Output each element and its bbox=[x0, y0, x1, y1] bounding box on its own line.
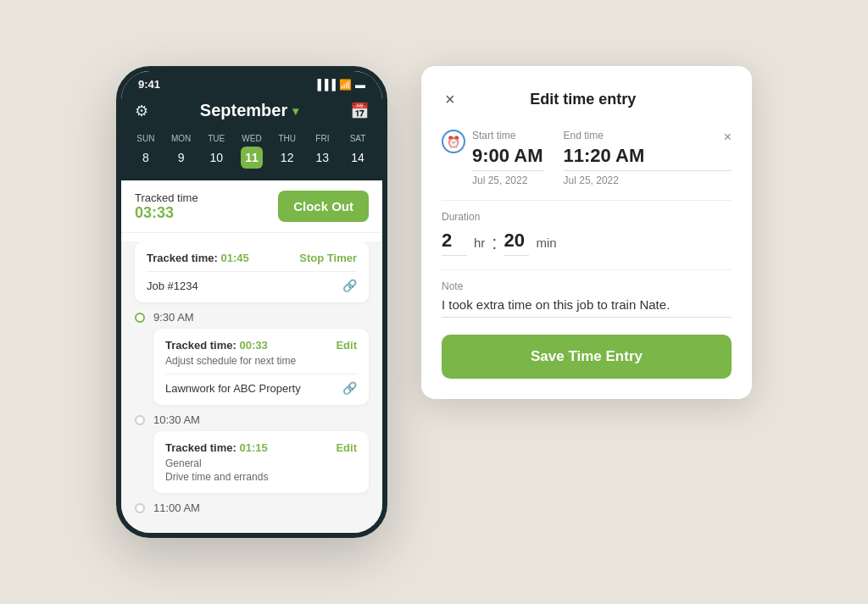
duration-separator: : bbox=[492, 232, 497, 254]
cal-day-wed[interactable]: WED 11 bbox=[241, 134, 263, 169]
month-title: September bbox=[200, 101, 287, 120]
status-bar: 9:41 ▐▐▐ 📶 ▬ bbox=[121, 71, 382, 94]
timeline-time-930: 9:30 AM bbox=[153, 302, 369, 329]
entry-header-2: Tracked time: 00:33 Edit bbox=[165, 339, 357, 352]
start-time-date: Jul 25, 2022 bbox=[472, 175, 543, 186]
cal-day-tue[interactable]: TUE 10 bbox=[205, 134, 227, 169]
time-entry-card-1: Tracked time: 01:45 Stop Timer Job #1234… bbox=[135, 241, 369, 302]
job-name-1: Job #1234 bbox=[147, 280, 198, 292]
duration-hours[interactable]: 2 bbox=[442, 230, 467, 256]
timeline-section-1030: 10:30 AM Tracked time: 01:15 Edit Genera… bbox=[135, 405, 369, 493]
entry-header-1: Tracked time: 01:45 Stop Timer bbox=[147, 252, 357, 264]
cal-day-mon[interactable]: MON 9 bbox=[170, 134, 192, 169]
cal-day-sun[interactable]: SUN 8 bbox=[135, 134, 157, 169]
edit-modal: × Edit time entry ⏰ Start time 9:00 AM J… bbox=[421, 66, 752, 399]
modal-close-button[interactable]: × bbox=[442, 86, 459, 113]
calendar-icon[interactable]: 📅 bbox=[350, 102, 369, 120]
modal-title: Edit time entry bbox=[530, 91, 636, 108]
entry-job-2: Lawnwork for ABC Property 🔗 bbox=[165, 374, 357, 395]
entry-tracked-label-2: Tracked time: 00:33 bbox=[165, 339, 268, 352]
entry-desc-2: Adjust schedule for next time bbox=[165, 355, 357, 367]
cal-day-sat[interactable]: SAT 14 bbox=[347, 134, 369, 169]
phone: 9:41 ▐▐▐ 📶 ▬ ⚙ September ▾ 📅 SUN 8 MON bbox=[116, 66, 387, 538]
tracked-info: Tracked time 03:33 bbox=[135, 191, 198, 222]
edit-button-2[interactable]: Edit bbox=[336, 339, 357, 352]
status-time: 9:41 bbox=[138, 78, 160, 91]
cal-day-thu[interactable]: THU 12 bbox=[276, 134, 298, 169]
timeline-dot-1100 bbox=[135, 503, 145, 513]
time-label-930: 9:30 AM bbox=[153, 311, 194, 324]
duration-row: 2 hr : 20 min bbox=[442, 230, 732, 256]
wifi-icon: 📶 bbox=[339, 79, 352, 91]
battery-icon: ▬ bbox=[355, 79, 365, 91]
entry-tracked-label-3: Tracked time: 01:15 bbox=[165, 441, 268, 454]
tracked-total-time: 03:33 bbox=[135, 204, 198, 222]
timeline-dot-930 bbox=[135, 313, 145, 323]
entry-header-3: Tracked time: 01:15 Edit bbox=[165, 441, 357, 454]
time-row: ⏰ Start time 9:00 AM Jul 25, 2022 End ti… bbox=[442, 130, 732, 186]
modal-header: × Edit time entry bbox=[442, 86, 732, 113]
duration-label: Duration bbox=[442, 211, 732, 223]
duration-hr-unit: hr bbox=[474, 236, 485, 250]
stop-timer-button[interactable]: Stop Timer bbox=[299, 252, 357, 264]
phone-header: ⚙ September ▾ 📅 bbox=[121, 94, 382, 130]
start-time-label: Start time bbox=[472, 130, 543, 141]
link-icon-1[interactable]: 🔗 bbox=[342, 279, 357, 292]
end-time-field: End time × 11:20 AM Jul 25, 2022 bbox=[564, 130, 732, 186]
divider-1 bbox=[442, 200, 732, 201]
signal-icon: ▐▐▐ bbox=[314, 79, 336, 91]
time-label-1100: 11:00 AM bbox=[153, 501, 200, 514]
link-icon-2[interactable]: 🔗 bbox=[342, 381, 357, 395]
header-title-group: September ▾ bbox=[200, 101, 298, 120]
start-time-field: Start time 9:00 AM Jul 25, 2022 bbox=[472, 130, 543, 186]
entry-tracked-label-1: Tracked time: 01:45 bbox=[147, 252, 249, 264]
tracked-bar: Tracked time 03:33 Clock Out bbox=[121, 180, 382, 233]
timeline-dot-1030 bbox=[135, 415, 145, 425]
time-entry-card-3: Tracked time: 01:15 Edit General Drive t… bbox=[153, 431, 369, 493]
duration-min-unit: min bbox=[536, 236, 556, 250]
save-time-entry-button[interactable]: Save Time Entry bbox=[442, 335, 732, 379]
cal-day-fri[interactable]: FRI 13 bbox=[311, 134, 333, 169]
end-time-clear-button[interactable]: × bbox=[724, 130, 732, 145]
entry-time-3: 01:15 bbox=[239, 441, 267, 454]
note-section: Note I took extra time on this job to tr… bbox=[442, 280, 732, 318]
status-icons: ▐▐▐ 📶 ▬ bbox=[314, 79, 365, 91]
end-time-value[interactable]: 11:20 AM bbox=[564, 145, 732, 171]
timeline-section-1100: 11:00 AM bbox=[135, 493, 369, 519]
end-time-date: Jul 25, 2022 bbox=[564, 175, 732, 186]
entry-job-1: Job #1234 🔗 bbox=[147, 271, 357, 292]
time-entry-card-2: Tracked time: 00:33 Edit Adjust schedule… bbox=[153, 329, 369, 405]
scene: 9:41 ▐▐▐ 📶 ▬ ⚙ September ▾ 📅 SUN 8 MON bbox=[99, 49, 769, 555]
end-time-field-header: End time × bbox=[564, 130, 732, 145]
duration-minutes[interactable]: 20 bbox=[504, 230, 529, 256]
tracked-label: Tracked time bbox=[135, 191, 198, 204]
entry-desc-3b: Drive time and errands bbox=[165, 471, 357, 483]
time-label-1030: 10:30 AM bbox=[153, 413, 200, 426]
note-label: Note bbox=[442, 280, 732, 292]
edit-button-3[interactable]: Edit bbox=[336, 441, 357, 454]
entry-time-1: 01:45 bbox=[220, 252, 248, 264]
entry-desc-3a: General bbox=[165, 457, 357, 469]
start-time-value[interactable]: 9:00 AM bbox=[472, 145, 543, 171]
note-value[interactable]: I took extra time on this job to train N… bbox=[442, 297, 732, 318]
calendar-row: SUN 8 MON 9 TUE 10 WED 11 THU 12 FRI 13 bbox=[121, 130, 382, 180]
timeline-time-1100: 11:00 AM bbox=[153, 493, 369, 519]
timeline-section-930: 9:30 AM Tracked time: 00:33 Edit Adjust … bbox=[135, 302, 369, 405]
chevron-down-icon[interactable]: ▾ bbox=[292, 104, 298, 118]
end-time-label: End time bbox=[564, 130, 604, 141]
clock-out-button[interactable]: Clock Out bbox=[278, 191, 369, 222]
divider-2 bbox=[442, 269, 732, 270]
start-time-group: ⏰ Start time 9:00 AM Jul 25, 2022 bbox=[442, 130, 543, 186]
timeline-time-1030: 10:30 AM bbox=[153, 405, 369, 431]
clock-icon: ⏰ bbox=[442, 130, 465, 153]
timeline: Tracked time: 01:45 Stop Timer Job #1234… bbox=[121, 241, 382, 533]
duration-section: Duration 2 hr : 20 min bbox=[442, 211, 732, 256]
entry-time-2: 00:33 bbox=[239, 339, 267, 352]
job-name-2: Lawnwork for ABC Property bbox=[165, 382, 301, 395]
settings-icon[interactable]: ⚙ bbox=[135, 102, 148, 120]
